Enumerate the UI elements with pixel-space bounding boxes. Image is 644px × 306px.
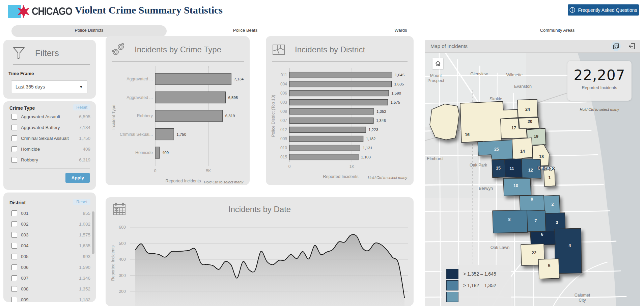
district-count: 1,590 [79, 265, 90, 270]
district-shape-5[interactable] [538, 259, 559, 279]
area-fill[interactable] [135, 234, 404, 306]
chicago-logo: CHICAGO [8, 5, 78, 18]
district-reset-button[interactable]: Reset [73, 199, 90, 205]
district-checkbox[interactable] [11, 297, 17, 302]
legend-swatch [446, 280, 458, 290]
district-list-scrollbar[interactable] [92, 211, 94, 254]
bar-004[interactable] [289, 81, 391, 87]
value-label: 1,182 [366, 137, 376, 141]
incidents-total-label: Reported Incidents [567, 85, 632, 90]
district-checkbox[interactable] [11, 210, 17, 216]
legend-row [446, 291, 511, 303]
time-frame-select[interactable]: Last 365 days ▼ [11, 80, 87, 93]
city-label-wilmette: Wilmette [506, 73, 523, 77]
bar-012[interactable] [289, 127, 366, 133]
value-label: 1,635 [394, 82, 404, 86]
category-label: Robbery [137, 113, 153, 118]
bar-Aggravated ...[interactable] [155, 73, 231, 85]
x-tick-label: 1K [349, 164, 355, 169]
y-tick-label: 500 [119, 241, 126, 246]
filters-card: Filters Time Frame Last 365 days ▼ [3, 40, 96, 99]
value-label: 1,645 [395, 73, 404, 77]
faq-button[interactable]: Frequently Asked Questions [568, 4, 639, 16]
city-label-elmhurst: Elmhurst [427, 156, 444, 161]
value-label: 1,750 [176, 132, 186, 136]
category-label: Aggravated ... [127, 77, 153, 81]
crime-type-label: Criminal Sexual Assualt [21, 136, 69, 141]
crime-type-checkbox[interactable] [11, 114, 17, 120]
district-number-20: 20 [528, 119, 532, 124]
incidents-by-crime-type-card: Incidents by Crime Type Aggravated ...7,… [106, 36, 250, 185]
time-frame-label: Time Frame [8, 71, 34, 76]
x-tick-label: 5K [206, 169, 211, 173]
district-row: 0041,635 [11, 242, 90, 249]
district-shape-14[interactable] [512, 138, 532, 159]
bar-Criminal Sexual...[interactable] [155, 129, 174, 140]
x-axis-title: Reported Incidents [166, 179, 201, 183]
apply-divider [9, 168, 90, 169]
tab-community-areas[interactable]: Community Areas [540, 28, 575, 33]
bar-006[interactable] [289, 91, 389, 96]
legend-label: > 1,182 – 1,352 [463, 283, 496, 288]
category-label: Homicide [135, 150, 153, 155]
crime-type-checkbox[interactable] [11, 157, 17, 163]
district-checkbox[interactable] [11, 275, 17, 281]
tab-police-districts[interactable]: Police Districts [75, 28, 103, 33]
district-number-14: 14 [520, 149, 525, 154]
district-row: 0061,590 [11, 263, 90, 271]
district-row: 0021,082 [11, 220, 90, 228]
category-label: 012 [280, 127, 287, 132]
crime-type-count: 6,319 [79, 157, 90, 162]
legend-swatch [446, 292, 458, 302]
bar-003[interactable] [289, 100, 388, 105]
tab-wards[interactable]: Wards [394, 28, 407, 33]
bar-Robbery[interactable] [155, 110, 223, 122]
filters-title: Filters [35, 48, 59, 58]
bar-Homicide[interactable] [155, 147, 160, 158]
crime-type-reset-button[interactable]: Reset [73, 104, 90, 110]
map-home-button[interactable] [432, 58, 443, 69]
crime-type-label: Aggravated Battery [21, 125, 60, 130]
bar-010[interactable] [289, 145, 360, 151]
app-header: CHICAGO Violent Crime Summary Statistics… [0, 0, 644, 23]
district-checkbox[interactable] [11, 243, 17, 249]
crime-type-checkbox[interactable] [11, 146, 17, 152]
district-number-22: 22 [532, 251, 536, 255]
crime-type-checkbox[interactable] [11, 135, 17, 141]
city-label-mount-prospect: Prospect [427, 78, 444, 83]
tab-police-beats[interactable]: Police Beats [233, 28, 257, 33]
district-number-10: 10 [513, 183, 518, 188]
bar-011[interactable] [289, 72, 392, 78]
city-label-evanston: Evanston [514, 84, 532, 89]
district-number-17: 17 [511, 126, 516, 130]
district-checkbox[interactable] [11, 254, 17, 259]
district-checkbox[interactable] [11, 221, 17, 227]
bar-007[interactable] [289, 118, 373, 124]
basemap-layers-button[interactable] [611, 42, 621, 51]
apply-button[interactable]: Apply [65, 173, 90, 183]
bar-009[interactable] [289, 136, 363, 142]
y-tick-label: 300 [119, 273, 126, 278]
category-label: 008 [280, 109, 287, 114]
district-number-3: 3 [556, 220, 558, 225]
crime-type-row: Aggravated Battery7,134 [11, 124, 90, 131]
crime-type-checkbox[interactable] [11, 125, 17, 130]
district-number-11: 11 [509, 166, 514, 171]
district-row: 001855 [11, 209, 90, 217]
bar-008[interactable] [289, 109, 374, 114]
bar-Aggravated ...[interactable] [155, 92, 225, 103]
value-label: 1,575 [390, 100, 400, 104]
district-number-5: 5 [548, 263, 551, 268]
district-checkbox[interactable] [11, 286, 17, 292]
value-label: 1,223 [368, 128, 378, 132]
y-axis-title: Police District (Top 10) [271, 95, 276, 137]
district-number-1: 1 [549, 175, 551, 180]
district-shape-ohare[interactable] [430, 104, 459, 140]
district-checkbox[interactable] [11, 232, 17, 238]
open-panel-button[interactable] [627, 42, 637, 51]
ctrl-note: Hold Ctrl to select many [204, 180, 244, 184]
district-label: 005 [21, 254, 29, 259]
bar-015[interactable] [289, 154, 358, 160]
faq-button-label: Frequently Asked Questions [578, 7, 637, 13]
district-checkbox[interactable] [11, 264, 17, 270]
